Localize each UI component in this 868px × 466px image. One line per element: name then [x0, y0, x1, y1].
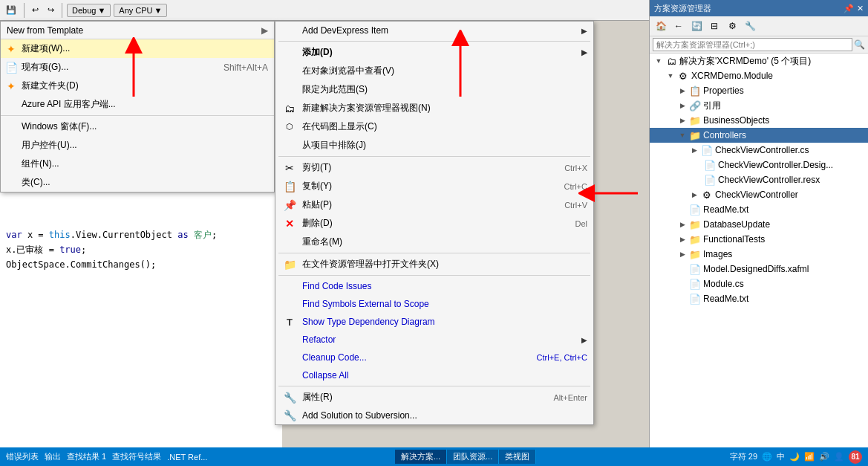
scope-item[interactable]: 限定为此范围(S) — [275, 80, 593, 99]
dbupdate-icon: 📁 — [688, 218, 702, 231]
gear-btn[interactable]: 🔧 — [742, 18, 758, 34]
moon-icon: 🌙 — [789, 452, 800, 462]
user-control-menu-item[interactable]: 用户控件(U)... — [1, 136, 274, 155]
class-menu-item[interactable]: 类(C)... — [1, 173, 274, 192]
checkvc-designer-icon: 📄 — [703, 158, 717, 172]
images-label: Images — [703, 249, 732, 259]
checkvc-component-icon: ⚙ — [700, 188, 714, 201]
delete-item[interactable]: ✕ 删除(D) Del — [275, 214, 593, 233]
exclude-item[interactable]: 从项目中排除(J) — [275, 136, 593, 155]
existing-item-menu-item[interactable]: 📄 现有项(G)... Shift+Alt+A — [1, 58, 274, 77]
cleanup-code-item[interactable]: Cleanup Code... Ctrl+E, Ctrl+C — [275, 349, 593, 366]
tree-item-properties[interactable]: ▶ 📋 Properties — [650, 83, 868, 98]
add-subversion-item[interactable]: 🔧 Add Solution to Subversion... — [275, 407, 593, 424]
tree-item-readme2[interactable]: 📄 ReadMe.txt — [650, 291, 868, 306]
tree-item-checkvc-designer[interactable]: 📄 CheckViewController.Desig... — [650, 158, 868, 172]
error-list-tab[interactable]: 错误列表 — [6, 451, 39, 462]
class-view-tab[interactable]: 类视图 — [499, 450, 536, 464]
code-plain-3 — [189, 227, 194, 242]
windows-form-menu-item[interactable]: Windows 窗体(F)... — [1, 117, 274, 136]
tree-item-controllers[interactable]: ▼ 📁 Controllers — [650, 128, 868, 143]
refresh-btn[interactable]: 🔄 — [688, 18, 705, 34]
model-diffs-label: Model.DesignedDiffs.xafml — [703, 264, 809, 274]
redo-icon: ↪ — [48, 5, 54, 15]
back-btn[interactable]: ← — [670, 18, 687, 34]
type-dep-icon: T — [281, 314, 298, 330]
show-type-dep-item[interactable]: T Show Type Dependency Diagram — [275, 313, 593, 331]
undo-icon: ↩ — [32, 5, 39, 15]
find-symbols-item[interactable]: Find Symbols External to Scope — [275, 295, 593, 313]
refactor-item[interactable]: Refactor ▶ — [275, 331, 593, 349]
settings-btn[interactable]: ⚙ — [724, 18, 740, 34]
char-count: 字符 29 — [730, 451, 757, 462]
pin-icon[interactable]: 📌 — [843, 4, 854, 13]
module-label: XCRMDemo.Module — [691, 71, 773, 81]
this-keyword[interactable]: this — [49, 227, 71, 242]
team-tab[interactable]: 团队资源... — [447, 450, 499, 464]
home-btn[interactable]: 🏠 — [653, 18, 669, 34]
controllers-expander: ▼ — [676, 129, 688, 141]
solution-tab[interactable]: 解决方案... — [395, 450, 447, 464]
tree-item-readme[interactable]: 📄 ReadMe.txt — [650, 202, 868, 217]
properties-shortcut: Alt+Enter — [538, 393, 587, 402]
cut-item[interactable]: ✂ 剪切(T) Ctrl+X — [275, 158, 593, 177]
tree-item-module[interactable]: ▼ ⚙ XCRMDemo.Module — [650, 68, 868, 83]
debug-dropdown[interactable]: Debug ▼ — [67, 4, 111, 17]
close-icon[interactable]: ✕ — [857, 4, 864, 13]
existing-item-icon: 📄 — [4, 60, 19, 75]
copy-label: 复制(Y) — [302, 180, 332, 192]
add-devexpress-label: Add DevExpress Item — [302, 25, 388, 36]
readme-label: ReadMe.txt — [703, 204, 748, 215]
find-symbol-tab[interactable]: 查找符号结果 — [112, 451, 161, 462]
tree-item-images[interactable]: ▶ 📁 Images — [650, 247, 868, 262]
new-solution-view-item[interactable]: 🗂 新建解决方案资源管理器视图(N) — [275, 99, 593, 117]
properties-item[interactable]: 🔧 属性(R) Alt+Enter — [275, 388, 593, 407]
toolbar-separator-2 — [62, 3, 62, 18]
open-folder-item[interactable]: 📁 在文件资源管理器中打开文件夹(X) — [275, 255, 593, 274]
new-folder-menu-item[interactable]: ✦ 新建文件夹(D) — [1, 77, 274, 95]
solution-tree: ▼ 🗂 解决方案'XCRMDemo' (5 个项目) ▼ ⚙ XCRMDemo.… — [650, 54, 868, 447]
paste-shortcut: Ctrl+V — [549, 201, 587, 210]
network-icon: 📶 — [804, 452, 815, 462]
code-map-item[interactable]: ⬡ 在代码图上显示(C) — [275, 117, 593, 136]
tree-item-checkvc-component[interactable]: ▶ ⚙ CheckViewController — [650, 187, 868, 202]
checkvc-cs-icon: 📄 — [700, 143, 714, 157]
component-menu-item[interactable]: 组件(N)... — [1, 155, 274, 173]
functionaltests-expander: ▶ — [676, 233, 688, 245]
tree-item-solution[interactable]: ▼ 🗂 解决方案'XCRMDemo' (5 个项目) — [650, 54, 868, 68]
object-browser-item[interactable]: 在对象浏览器中查看(V) — [275, 62, 593, 80]
toolbar-undo[interactable]: ↩ — [29, 4, 42, 16]
output-tab[interactable]: 输出 — [45, 451, 61, 462]
tree-item-dbupdate[interactable]: ▶ 📁 DatabaseUpdate — [650, 217, 868, 232]
paste-item[interactable]: 📌 粘贴(P) Ctrl+V — [275, 195, 593, 214]
existing-item-label: 现有项(G)... — [22, 61, 68, 74]
tree-item-module-cs[interactable]: 📄 Module.cs — [650, 276, 868, 291]
new-item-menu-item[interactable]: ✦ 新建项(W)... — [1, 39, 274, 58]
tree-item-checkviewcontroller-cs[interactable]: ▶ 📄 CheckViewController.cs — [650, 143, 868, 158]
windows-form-label: Windows 窗体(F)... — [22, 120, 97, 133]
copy-item[interactable]: 📋 复制(Y) Ctrl+C — [275, 177, 593, 195]
tree-item-references[interactable]: ▶ 🔗 引用 — [650, 98, 868, 113]
solution-search-input[interactable] — [653, 38, 852, 51]
tree-item-businessobjects[interactable]: ▶ 📁 BusinessObjects — [650, 113, 868, 128]
toolbar-redo[interactable]: ↪ — [45, 4, 57, 16]
new-from-template-header[interactable]: New from Template ▶ — [1, 22, 274, 39]
rename-item[interactable]: 重命名(M) — [275, 233, 593, 251]
azure-api-menu-item[interactable]: Azure API 应用客户端... — [1, 95, 274, 114]
add-menu-item[interactable]: 添加(D) ▶ — [275, 43, 593, 62]
ctx-sep-0 — [278, 41, 590, 42]
add-devexpress-item[interactable]: Add DevExpress Item ▶ — [275, 22, 593, 39]
tree-item-model-diffs[interactable]: 📄 Model.DesignedDiffs.xafml — [650, 262, 868, 276]
find-code-issues-item[interactable]: Find Code Issues — [275, 277, 593, 295]
toolbar-save[interactable]: 💾 — [3, 4, 19, 16]
collapse-btn[interactable]: ⊟ — [706, 18, 722, 34]
tree-item-functionaltests[interactable]: ▶ 📁 FunctionalTests — [650, 232, 868, 247]
code-line-3: ObjectSpace.CommitChanges(); — [0, 257, 282, 272]
tree-item-checkvc-resx[interactable]: 📄 CheckViewController.resx — [650, 172, 868, 187]
cpu-dropdown[interactable]: Any CPU ▼ — [114, 4, 167, 17]
collapse-all-item[interactable]: Collapse All — [275, 366, 593, 384]
readme2-icon: 📄 — [688, 292, 702, 305]
net-ref-tab[interactable]: .NET Ref... — [167, 453, 207, 462]
checkvc-resx-label: CheckViewController.resx — [718, 175, 820, 185]
find-results-tab[interactable]: 查找结果 1 — [67, 451, 106, 462]
